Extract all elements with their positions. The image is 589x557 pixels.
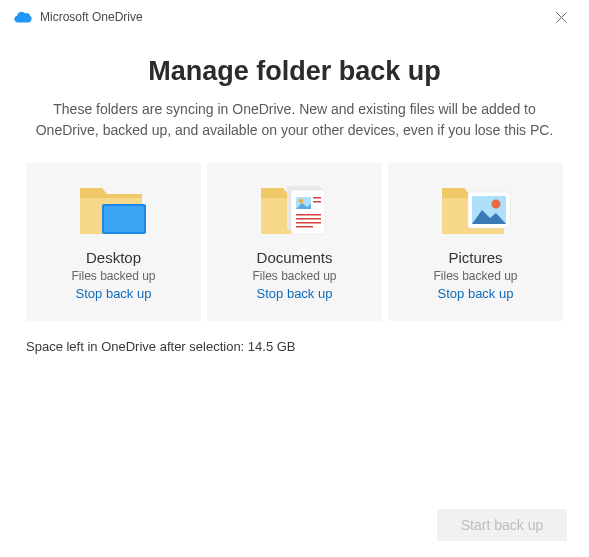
folder-card-documents[interactable]: Documents Files backed up Stop back up xyxy=(207,163,382,321)
folder-card-pictures[interactable]: Pictures Files backed up Stop back up xyxy=(388,163,563,321)
stop-backup-link[interactable]: Stop back up xyxy=(76,286,152,301)
folder-name-label: Desktop xyxy=(86,249,141,266)
titlebar-app-name: Microsoft OneDrive xyxy=(40,10,143,24)
svg-rect-9 xyxy=(296,218,321,220)
svg-rect-1 xyxy=(104,206,144,232)
titlebar-left: Microsoft OneDrive xyxy=(14,10,143,24)
folder-name-label: Pictures xyxy=(448,249,502,266)
space-left-label: Space left in OneDrive after selection: … xyxy=(26,339,563,354)
folder-status-label: Files backed up xyxy=(433,269,517,283)
footer: Start back up xyxy=(437,509,567,541)
close-button[interactable] xyxy=(547,5,575,29)
page-description: These folders are syncing in OneDrive. N… xyxy=(26,99,563,141)
main-content: Manage folder back up These folders are … xyxy=(0,34,589,354)
documents-folder-icon xyxy=(255,177,335,243)
svg-rect-7 xyxy=(313,201,321,203)
stop-backup-link[interactable]: Stop back up xyxy=(257,286,333,301)
titlebar: Microsoft OneDrive xyxy=(0,0,589,34)
page-title: Manage folder back up xyxy=(26,56,563,87)
folder-name-label: Documents xyxy=(257,249,333,266)
desktop-folder-icon xyxy=(74,177,154,243)
folder-card-desktop[interactable]: Desktop Files backed up Stop back up xyxy=(26,163,201,321)
svg-rect-6 xyxy=(313,197,321,199)
svg-rect-11 xyxy=(296,226,313,228)
pictures-folder-icon xyxy=(436,177,516,243)
svg-point-14 xyxy=(491,200,500,209)
folder-status-label: Files backed up xyxy=(252,269,336,283)
onedrive-cloud-icon xyxy=(14,11,32,23)
svg-point-5 xyxy=(298,199,303,204)
folder-cards-row: Desktop Files backed up Stop back up xyxy=(26,163,563,321)
folder-status-label: Files backed up xyxy=(71,269,155,283)
svg-rect-10 xyxy=(296,222,321,224)
close-icon xyxy=(556,12,567,23)
start-backup-button[interactable]: Start back up xyxy=(437,509,567,541)
stop-backup-link[interactable]: Stop back up xyxy=(438,286,514,301)
svg-rect-8 xyxy=(296,214,321,216)
